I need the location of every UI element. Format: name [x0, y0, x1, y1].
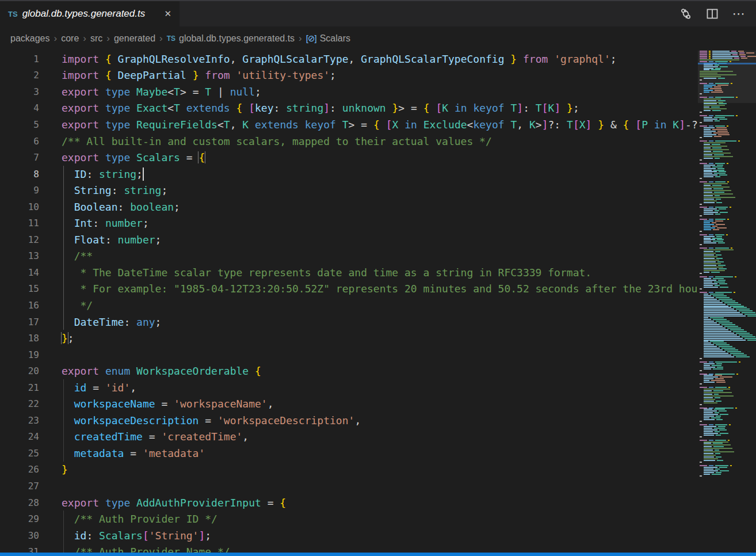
- breadcrumb-item-src[interactable]: src: [90, 33, 102, 44]
- minimap-line: [700, 448, 756, 449]
- open-changes-icon[interactable]: [679, 7, 693, 21]
- line-number[interactable]: 11: [0, 218, 39, 229]
- line-number[interactable]: 1: [0, 54, 39, 64]
- code-line[interactable]: 22 workspaceName = 'workspaceName',: [0, 395, 698, 412]
- line-number[interactable]: 15: [0, 283, 39, 294]
- line-number[interactable]: 27: [0, 481, 39, 492]
- line-number[interactable]: 23: [0, 415, 39, 426]
- minimap-line: [700, 242, 756, 243]
- code-line[interactable]: 11 Int: number;: [0, 215, 698, 231]
- minimap-line: [700, 52, 756, 54]
- minimap-line: [700, 254, 756, 256]
- line-number[interactable]: 22: [0, 398, 39, 409]
- line-number[interactable]: 24: [0, 431, 39, 442]
- line-number[interactable]: 25: [0, 448, 39, 459]
- line-number[interactable]: 2: [0, 70, 39, 81]
- more-actions-icon[interactable]: ⋯: [732, 7, 746, 21]
- close-icon[interactable]: ✕: [162, 7, 174, 20]
- line-number[interactable]: 30: [0, 530, 39, 541]
- line-number[interactable]: 5: [0, 119, 39, 130]
- code-line[interactable]: 12 Float: number;: [0, 231, 698, 248]
- code-line[interactable]: 25 metadata = 'metadata': [0, 445, 698, 462]
- code-line[interactable]: 28export type AddAuthProviderInput = {: [0, 494, 698, 511]
- minimap-line: [700, 241, 756, 242]
- breadcrumb-item-packages[interactable]: packages: [10, 33, 50, 44]
- minimap-line: [700, 474, 756, 475]
- minimap-line: [700, 273, 756, 274]
- code-line[interactable]: 3export type Maybe<T> = T | null;: [0, 83, 698, 100]
- code-line[interactable]: 29 /** Auth Provider ID */: [0, 511, 698, 527]
- line-number[interactable]: 29: [0, 513, 39, 524]
- line-number[interactable]: 20: [0, 365, 39, 376]
- code-line[interactable]: 30 id: Scalars['String'];: [0, 527, 698, 544]
- line-number[interactable]: 12: [0, 234, 39, 245]
- minimap-line: [700, 428, 756, 429]
- minimap-line: [700, 234, 756, 235]
- code-line[interactable]: 6/** All built-in and custom scalars, ma…: [0, 133, 698, 150]
- minimap-line: [700, 98, 756, 100]
- minimap-line: [700, 294, 756, 295]
- minimap-line: [700, 297, 756, 298]
- line-number[interactable]: 13: [0, 250, 39, 261]
- code-text: metadata = 'metadata': [39, 447, 698, 459]
- line-number[interactable]: 6: [0, 136, 39, 147]
- line-number[interactable]: 4: [0, 102, 39, 113]
- minimap-line: [700, 394, 756, 395]
- split-editor-icon[interactable]: [705, 7, 719, 21]
- breadcrumb-item-symbol[interactable]: [⊘] Scalars: [306, 33, 350, 44]
- minimap-line: [700, 429, 756, 431]
- code-line[interactable]: 16 */: [0, 297, 698, 314]
- code-line[interactable]: 17 DateTime: any;: [0, 314, 698, 330]
- minimap-line: [700, 446, 756, 447]
- code-line[interactable]: 20export enum WorkspaceOrderable {: [0, 363, 698, 379]
- line-number[interactable]: 16: [0, 300, 39, 311]
- code-line[interactable]: 9 String: string;: [0, 182, 698, 199]
- code-line[interactable]: 26}: [0, 462, 698, 478]
- code-line[interactable]: 18};: [0, 330, 698, 346]
- minimap-line: [700, 73, 756, 74]
- line-number[interactable]: 10: [0, 201, 39, 212]
- breadcrumb-item-file[interactable]: TS global.db.types.generated.ts: [167, 33, 295, 44]
- code-line[interactable]: 19: [0, 346, 698, 363]
- line-number[interactable]: 9: [0, 185, 39, 196]
- minimap-line: [700, 300, 756, 302]
- line-number[interactable]: 31: [0, 546, 39, 553]
- code-line[interactable]: 31 /** Auth Provider Name */: [0, 543, 698, 553]
- line-number[interactable]: 26: [0, 464, 39, 475]
- code-line[interactable]: 7export type Scalars = {: [0, 149, 698, 166]
- code-area[interactable]: 1import { GraphQLResolveInfo, GraphQLSca…: [0, 51, 698, 553]
- line-number[interactable]: 17: [0, 317, 39, 327]
- line-number[interactable]: 8: [0, 169, 39, 180]
- line-number[interactable]: 28: [0, 497, 39, 508]
- code-line[interactable]: 23 workspaceDescription = 'workspaceDesc…: [0, 412, 698, 429]
- line-number[interactable]: 3: [0, 86, 39, 97]
- code-text: export type Maybe<T> = T | null;: [39, 86, 698, 98]
- line-number[interactable]: 19: [0, 349, 39, 360]
- line-number[interactable]: 7: [0, 152, 39, 163]
- line-number[interactable]: 21: [0, 382, 39, 393]
- code-line[interactable]: 8 ID: string;: [0, 166, 698, 182]
- code-line[interactable]: 27: [0, 478, 698, 494]
- breadcrumb: packages › core › src › generated › TS g…: [0, 26, 756, 51]
- code-line[interactable]: 14 * The DateTime scalar type represents…: [0, 264, 698, 281]
- breadcrumb-item-core[interactable]: core: [61, 33, 79, 44]
- code-line[interactable]: 24 createdTime = 'createdTime',: [0, 429, 698, 445]
- code-line[interactable]: 15 * For example: "1985-04-12T23:20:50.5…: [0, 281, 698, 298]
- editor-tab[interactable]: TS global.db.types.generated.ts ✕: [0, 1, 180, 26]
- breadcrumb-item-generated[interactable]: generated: [114, 33, 155, 44]
- minimap-line: [700, 421, 756, 422]
- line-number[interactable]: 18: [0, 333, 39, 344]
- code-text: */: [39, 299, 698, 311]
- code-line[interactable]: 10 Boolean: boolean;: [0, 199, 698, 215]
- code-line[interactable]: 5export type RequireFields<T, K extends …: [0, 116, 698, 133]
- minimap-line: [700, 319, 756, 320]
- code-line[interactable]: 13 /**: [0, 248, 698, 265]
- minimap-line: [700, 131, 756, 132]
- minimap-line: [700, 239, 756, 240]
- code-line[interactable]: 4export type Exact<T extends { [key: str…: [0, 100, 698, 117]
- code-line[interactable]: 2import { DeepPartial } from 'utility-ty…: [0, 67, 698, 84]
- code-line[interactable]: 1import { GraphQLResolveInfo, GraphQLSca…: [0, 51, 698, 67]
- line-number[interactable]: 14: [0, 267, 39, 278]
- code-line[interactable]: 21 id = 'id',: [0, 379, 698, 396]
- minimap[interactable]: [698, 51, 756, 553]
